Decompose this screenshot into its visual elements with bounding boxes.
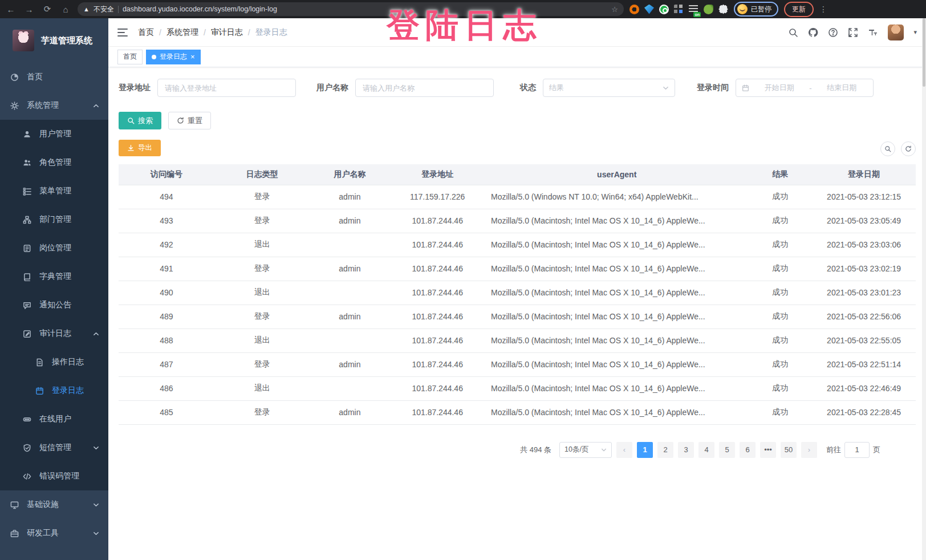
status-select[interactable]: 结果 bbox=[543, 79, 675, 97]
table-row[interactable]: 485 登录 admin 101.87.244.46 Mozilla/5.0 (… bbox=[119, 400, 916, 424]
ext-grid-icon[interactable] bbox=[674, 5, 684, 14]
show-search-toggle-button[interactable] bbox=[880, 141, 895, 156]
sidebar-toggle-hamburger-icon[interactable] bbox=[117, 29, 128, 36]
sidebar-item-login-log[interactable]: 登录日志 bbox=[0, 376, 108, 405]
username-input[interactable] bbox=[355, 79, 494, 97]
jump-to-page-input[interactable] bbox=[844, 442, 870, 458]
browser-home-icon[interactable]: ⌂ bbox=[59, 5, 72, 14]
github-icon[interactable] bbox=[808, 27, 818, 38]
page-button-2[interactable]: 2 bbox=[657, 442, 673, 458]
cell-type: 登录 bbox=[214, 400, 310, 424]
user-avatar[interactable] bbox=[888, 25, 904, 40]
sidebar-item-dev-tools[interactable]: 研发工具 bbox=[0, 519, 108, 547]
page-url[interactable]: dashboard.yudao.iocoder.cn/system/log/lo… bbox=[123, 5, 607, 13]
cell-result: 成功 bbox=[748, 185, 812, 209]
search-button[interactable]: 搜索 bbox=[119, 112, 161, 129]
browser-back-icon[interactable]: ← bbox=[5, 5, 17, 14]
ext-orange-ring-icon[interactable] bbox=[629, 5, 639, 14]
page-button-5[interactable]: 5 bbox=[719, 442, 735, 458]
sidebar-item-label: 角色管理 bbox=[39, 157, 71, 168]
page-size-select[interactable]: 10条/页 bbox=[559, 442, 612, 458]
sidebar-item-role-mgmt[interactable]: 角色管理 bbox=[0, 148, 108, 177]
next-page-button[interactable]: › bbox=[801, 442, 817, 458]
table-row[interactable]: 494 登录 admin 117.159.17.226 Mozilla/5.0 … bbox=[119, 185, 916, 209]
avatar-caret-down-icon[interactable]: ▾ bbox=[913, 29, 917, 36]
sidebar-item-infrastructure[interactable]: 基础设施 bbox=[0, 490, 108, 519]
breadcrumb-home[interactable]: 首页 bbox=[138, 27, 154, 38]
bookmark-star-icon[interactable]: ☆ bbox=[611, 5, 618, 14]
sidebar-item-post-mgmt[interactable]: 岗位管理 bbox=[0, 234, 108, 262]
login-address-input[interactable] bbox=[157, 79, 296, 97]
browser-update-button[interactable]: 更新 bbox=[784, 2, 814, 17]
extensions-puzzle-icon[interactable] bbox=[718, 5, 728, 14]
breadcrumb-system[interactable]: 系统管理 bbox=[166, 27, 198, 38]
table-row[interactable]: 486 退出 101.87.244.46 Mozilla/5.0 (Macint… bbox=[119, 376, 916, 400]
scrollbar-thumb[interactable] bbox=[923, 18, 925, 87]
table-row[interactable]: 489 登录 admin 101.87.244.46 Mozilla/5.0 (… bbox=[119, 305, 916, 328]
sidebar-item-sms-mgmt[interactable]: 短信管理 bbox=[0, 433, 108, 462]
table-row[interactable]: 491 登录 admin 101.87.244.46 Mozilla/5.0 (… bbox=[119, 257, 916, 281]
monitor-icon bbox=[10, 501, 19, 509]
table-row[interactable]: 488 退出 101.87.244.46 Mozilla/5.0 (Macint… bbox=[119, 328, 916, 352]
refresh-table-button[interactable] bbox=[901, 141, 916, 156]
badge-icon bbox=[23, 244, 31, 253]
page-button-6[interactable]: 6 bbox=[740, 442, 756, 458]
window-scrollbar[interactable] bbox=[922, 18, 926, 560]
page-ellipsis[interactable]: ••• bbox=[760, 442, 776, 458]
sidebar-item-label: 登录日志 bbox=[52, 385, 84, 396]
breadcrumb-audit-log[interactable]: 审计日志 bbox=[211, 27, 243, 38]
cell-ip: 101.87.244.46 bbox=[389, 305, 485, 328]
ext-leaf-icon[interactable] bbox=[704, 5, 713, 14]
prev-page-button[interactable]: ‹ bbox=[616, 442, 632, 458]
sidebar-item-online-users[interactable]: 在线用户 bbox=[0, 405, 108, 433]
browser-menu-kebab-icon[interactable]: ⋮ bbox=[819, 5, 827, 14]
sidebar-logo[interactable]: 芋道管理系统 bbox=[0, 18, 108, 63]
sidebar-item-label: 基础设施 bbox=[27, 500, 59, 510]
page-button-4[interactable]: 4 bbox=[698, 442, 714, 458]
ext-blue-gem-icon[interactable] bbox=[644, 5, 654, 14]
page-button-50[interactable]: 50 bbox=[781, 442, 797, 458]
reset-button[interactable]: 重置 bbox=[168, 112, 211, 129]
sidebar-item-menu-mgmt[interactable]: 菜单管理 bbox=[0, 177, 108, 205]
cell-date: 2021-05-03 22:28:45 bbox=[812, 400, 916, 424]
col-header-date: 登录日期 bbox=[812, 164, 916, 185]
col-header-ip: 登录地址 bbox=[389, 164, 485, 185]
tag-close-icon[interactable]: × bbox=[190, 53, 195, 60]
address-bar[interactable]: ▲ 不安全 dashboard.yudao.iocoder.cn/system/… bbox=[78, 2, 624, 16]
table-row[interactable]: 490 退出 101.87.244.46 Mozilla/5.0 (Macint… bbox=[119, 281, 916, 305]
ext-list-icon[interactable]: on bbox=[689, 5, 698, 14]
page-button-3[interactable]: 3 bbox=[678, 442, 694, 458]
table-row[interactable]: 492 退出 101.87.244.46 Mozilla/5.0 (Macint… bbox=[119, 233, 916, 257]
help-icon[interactable] bbox=[828, 27, 838, 38]
gear-icon bbox=[10, 102, 19, 110]
login-time-range-picker[interactable]: 开始日期 - 结束日期 bbox=[736, 79, 874, 97]
search-icon[interactable] bbox=[788, 27, 798, 38]
cell-useragent: Mozilla/5.0 (Macintosh; Intel Mac OS X 1… bbox=[485, 376, 748, 400]
ext-green-circle-icon[interactable] bbox=[659, 5, 669, 14]
sidebar-item-system-mgmt[interactable]: 系统管理 bbox=[0, 91, 108, 120]
sidebar-item-user-mgmt[interactable]: 用户管理 bbox=[0, 120, 108, 148]
browser-reload-icon[interactable]: ⟳ bbox=[41, 4, 54, 14]
browser-toolbar: ← → ⟳ ⌂ ▲ 不安全 dashboard.yudao.iocoder.cn… bbox=[0, 0, 926, 18]
font-size-icon[interactable] bbox=[868, 27, 878, 38]
cell-ip: 117.159.17.226 bbox=[389, 185, 485, 209]
page-button-1[interactable]: 1 bbox=[637, 442, 653, 458]
sidebar-item-dict-mgmt[interactable]: 字典管理 bbox=[0, 262, 108, 291]
jump-unit-label: 页 bbox=[873, 445, 880, 455]
sidebar-item-home[interactable]: 首页 bbox=[0, 63, 108, 91]
browser-forward-icon[interactable]: → bbox=[23, 5, 35, 14]
browser-profile-chip[interactable]: 已暂停 bbox=[734, 2, 778, 17]
tag-login-log[interactable]: 登录日志 × bbox=[146, 50, 201, 64]
pagination: 共 494 条 10条/页 ‹ 1 2 3 4 5 6 ••• 50 › 前往 … bbox=[119, 442, 916, 458]
sidebar-item-notice-mgmt[interactable]: 通知公告 bbox=[0, 291, 108, 319]
fullscreen-icon[interactable] bbox=[848, 27, 858, 38]
sidebar-item-audit-log[interactable]: 审计日志 bbox=[0, 319, 108, 348]
table-row[interactable]: 493 登录 admin 101.87.244.46 Mozilla/5.0 (… bbox=[119, 209, 916, 233]
sidebar-item-operation-log[interactable]: 操作日志 bbox=[0, 348, 108, 376]
status-label: 状态 bbox=[520, 83, 536, 93]
export-button[interactable]: 导出 bbox=[119, 140, 161, 156]
tag-home[interactable]: 首页 bbox=[117, 50, 143, 64]
table-row[interactable]: 487 登录 admin 101.87.244.46 Mozilla/5.0 (… bbox=[119, 352, 916, 376]
sidebar-item-dept-mgmt[interactable]: 部门管理 bbox=[0, 205, 108, 234]
sidebar-item-error-code-mgmt[interactable]: 错误码管理 bbox=[0, 462, 108, 490]
